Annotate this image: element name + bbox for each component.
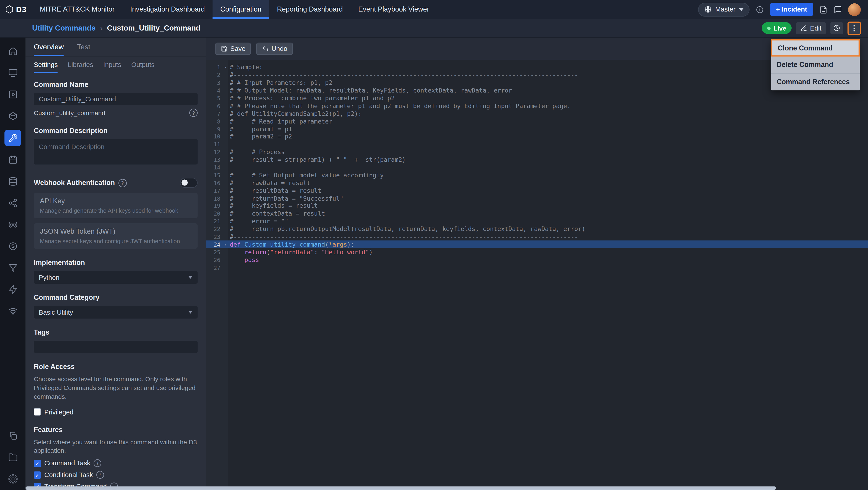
line-number[interactable]: 20 xyxy=(206,211,223,217)
line-number[interactable]: 13 xyxy=(206,157,223,163)
line-number[interactable]: 11 xyxy=(206,141,223,147)
subtab-outputs[interactable]: Outputs xyxy=(131,57,155,73)
command-name-input[interactable] xyxy=(34,93,197,105)
nav-item-reporting-dashboard[interactable]: Reporting Dashboard xyxy=(269,0,350,19)
checkbox-checked[interactable] xyxy=(34,460,41,467)
code-line-19[interactable]: 19# keyfields = result xyxy=(206,202,868,210)
line-number[interactable]: 14 xyxy=(206,165,223,171)
command-description-input[interactable] xyxy=(34,139,197,165)
windows-icon[interactable] xyxy=(8,431,18,440)
line-number[interactable]: 25 xyxy=(206,249,223,255)
code-line-24[interactable]: 24▾def Custom_utility_command(*args): xyxy=(206,241,868,249)
code-line-3[interactable]: 3# # Input Parameters: p1, p2 xyxy=(206,79,868,87)
line-number[interactable]: 22 xyxy=(206,226,223,232)
line-number[interactable]: 23 xyxy=(206,234,223,240)
info-icon[interactable] xyxy=(755,5,764,13)
chat-icon[interactable] xyxy=(834,5,842,13)
monitor-icon[interactable] xyxy=(8,68,18,78)
document-icon[interactable] xyxy=(819,5,828,13)
code-line-14[interactable]: 14 xyxy=(206,164,868,171)
filter-icon[interactable] xyxy=(8,263,18,272)
fold-caret-icon[interactable]: ▾ xyxy=(223,65,228,70)
network-icon[interactable] xyxy=(8,306,18,316)
line-number[interactable]: 15 xyxy=(206,172,223,178)
info-icon[interactable] xyxy=(96,471,104,479)
line-number[interactable]: 3 xyxy=(206,80,223,86)
signal-icon[interactable] xyxy=(8,220,18,229)
feature-row-command-task[interactable]: Command Task xyxy=(34,459,197,467)
webhook-toggle[interactable] xyxy=(180,178,197,188)
d3-logo[interactable]: D3 xyxy=(0,0,32,19)
subtab-settings[interactable]: Settings xyxy=(34,57,58,73)
code-line-22[interactable]: 22# return pb.returnOutputModel(resultDa… xyxy=(206,225,868,233)
new-incident-button[interactable]: + Incident xyxy=(770,3,813,16)
code-line-5[interactable]: 5# # Process: combine two parameter p1 a… xyxy=(206,94,868,102)
home-icon[interactable] xyxy=(8,47,18,56)
horizontal-scrollbar-track[interactable] xyxy=(0,486,868,490)
horizontal-scrollbar-thumb[interactable] xyxy=(26,486,776,490)
code-line-25[interactable]: 25 return("returnData": "Hello world") xyxy=(206,249,868,256)
nav-item-event-playbook-viewer[interactable]: Event Playbook Viewer xyxy=(350,0,437,19)
more-actions-button[interactable]: ⋮ xyxy=(847,21,861,35)
edit-button[interactable]: Edit xyxy=(796,22,826,34)
line-number[interactable]: 4 xyxy=(206,88,223,94)
code-line-27[interactable]: 27 xyxy=(206,264,868,271)
line-number[interactable]: 16 xyxy=(206,180,223,186)
line-number[interactable]: 6 xyxy=(206,103,223,109)
code-line-11[interactable]: 11 xyxy=(206,141,868,148)
line-number[interactable]: 26 xyxy=(206,257,223,263)
privileged-checkbox-unchecked[interactable] xyxy=(34,408,41,415)
help-icon[interactable] xyxy=(118,179,127,187)
fold-caret-icon[interactable]: ▾ xyxy=(223,242,228,247)
code-line-7[interactable]: 7# def UtilityCommandSample2(p1, p2): xyxy=(206,110,868,118)
code-line-13[interactable]: 13# result = str(param1) + " " + str(par… xyxy=(206,156,868,164)
code-line-23[interactable]: 23#-------------------------------------… xyxy=(206,233,868,241)
jwt-section[interactable]: JSON Web Token (JWT) Manage secret keys … xyxy=(34,223,197,249)
code-line-16[interactable]: 16# rawData = result xyxy=(206,179,868,187)
code-line-17[interactable]: 17# resultData = result xyxy=(206,187,868,195)
code-line-15[interactable]: 15# # Set Output model value accordingly xyxy=(206,171,868,179)
tab-test[interactable]: Test xyxy=(77,38,90,56)
feature-row-conditional-task[interactable]: Conditional Task xyxy=(34,471,197,479)
settings-gear-icon[interactable] xyxy=(8,474,18,484)
code-line-21[interactable]: 21# error = "" xyxy=(206,218,868,225)
implementation-select[interactable]: Python xyxy=(34,271,197,284)
database-icon[interactable] xyxy=(8,177,18,186)
automation-icon[interactable] xyxy=(8,285,18,294)
line-number[interactable]: 24 xyxy=(206,241,223,248)
help-icon[interactable] xyxy=(189,109,198,117)
code-line-26[interactable]: 26 pass xyxy=(206,256,868,264)
code-line-9[interactable]: 9# param1 = p1 xyxy=(206,125,868,133)
nav-item-investigation-dashboard[interactable]: Investigation Dashboard xyxy=(123,0,213,19)
breadcrumb-section-link[interactable]: Utility Commands xyxy=(32,24,96,32)
code-line-2[interactable]: 2#--------------------------------------… xyxy=(206,71,868,79)
line-number[interactable]: 19 xyxy=(206,203,223,209)
command-category-select[interactable]: Basic Utility xyxy=(34,306,197,319)
environment-selector[interactable]: Master xyxy=(698,2,749,16)
line-number[interactable]: 8 xyxy=(206,118,223,124)
line-number[interactable]: 21 xyxy=(206,219,223,225)
context-menu-item-command-references[interactable]: Command References xyxy=(771,74,860,90)
line-number[interactable]: 7 xyxy=(206,111,223,117)
code-line-4[interactable]: 4# # Output Model: rawData, resultData, … xyxy=(206,87,868,94)
nav-item-configuration[interactable]: Configuration xyxy=(213,0,269,19)
subtab-libraries[interactable]: Libraries xyxy=(68,57,93,73)
line-number[interactable]: 10 xyxy=(206,134,223,140)
code-area[interactable]: 1▾# Sample:2#---------------------------… xyxy=(206,60,868,490)
subtab-inputs[interactable]: Inputs xyxy=(103,57,121,73)
history-button[interactable] xyxy=(830,22,843,34)
code-line-10[interactable]: 10# param2 = p2 xyxy=(206,133,868,141)
context-menu-item-delete-command[interactable]: Delete Command xyxy=(771,57,860,74)
info-icon[interactable] xyxy=(94,459,101,467)
connections-icon[interactable] xyxy=(8,198,18,208)
api-key-section[interactable]: API Key Manage and generate the API keys… xyxy=(34,193,197,218)
undo-button[interactable]: Undo xyxy=(256,43,293,55)
nav-item-mitre-att-ck-monitor[interactable]: MITRE ATT&CK Monitor xyxy=(32,0,123,19)
line-number[interactable]: 9 xyxy=(206,126,223,132)
line-number[interactable]: 18 xyxy=(206,195,223,201)
code-line-8[interactable]: 8# # Read input parameter xyxy=(206,118,868,125)
tags-input[interactable] xyxy=(34,341,197,353)
line-number[interactable]: 17 xyxy=(206,188,223,194)
line-number[interactable]: 1 xyxy=(206,64,223,70)
privileged-checkbox-row[interactable]: Privileged xyxy=(34,408,197,416)
